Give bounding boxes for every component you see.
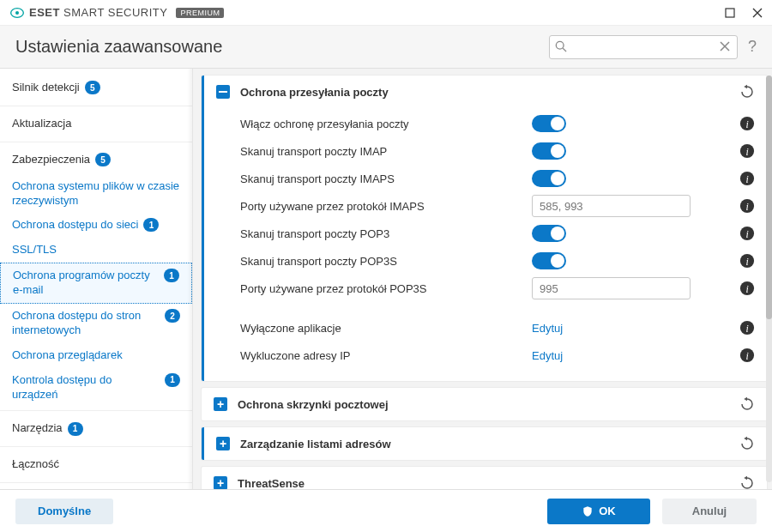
- main-scrollbar[interactable]: [766, 76, 772, 482]
- svg-rect-2: [726, 9, 734, 17]
- undo-icon[interactable]: [739, 436, 755, 451]
- svg-text:i: i: [745, 174, 748, 185]
- svg-point-3: [556, 41, 564, 49]
- scrollbar-thumb[interactable]: [766, 76, 772, 319]
- titlebar: ESET SMART SECURITY PREMIUM: [0, 0, 772, 26]
- sidebar-sub-browser-protection[interactable]: Ochrona przeglądarek: [0, 343, 192, 368]
- collapse-icon: [216, 85, 230, 99]
- header: Ustawienia zaawansowane ?: [0, 26, 772, 69]
- expand-icon: +: [216, 437, 230, 450]
- info-icon[interactable]: i: [739, 143, 755, 159]
- row-scan-imaps: Skanuj transport poczty IMAPS i: [240, 165, 755, 192]
- brand: ESET SMART SECURITY PREMIUM: [10, 6, 224, 20]
- svg-text:i: i: [745, 323, 748, 335]
- sidebar-sub-network-access[interactable]: Ochrona dostępu do sieci1: [0, 213, 192, 238]
- svg-text:i: i: [745, 147, 748, 158]
- footer: Domyślne OK Anuluj: [0, 489, 772, 532]
- row-pop3s-ports: Porty używane przez protokół POP3S i: [240, 275, 755, 302]
- link-edit-excluded-apps[interactable]: Edytuj: [532, 322, 563, 335]
- sidebar-item-tools[interactable]: Narzędzia1: [0, 414, 192, 443]
- svg-point-1: [15, 11, 19, 15]
- svg-text:i: i: [745, 202, 748, 213]
- toggle-scan-pop3[interactable]: [532, 225, 566, 242]
- sidebar-item-ui[interactable]: Interfejs użytkownika2: [0, 487, 192, 489]
- panel-head-mailbox[interactable]: + Ochrona skrzynki pocztowej: [202, 388, 767, 420]
- toggle-enable-email-transport[interactable]: [532, 115, 566, 132]
- help-button[interactable]: ?: [748, 38, 757, 56]
- toggle-scan-imap[interactable]: [532, 142, 566, 160]
- clear-search-icon[interactable]: [718, 39, 732, 53]
- window-close-button[interactable]: [750, 5, 765, 21]
- sidebar-sub-device-control[interactable]: Kontrola dostępu do urządzeń1: [0, 368, 192, 408]
- row-imaps-ports: Porty używane przez protokół IMAPS i: [240, 192, 755, 220]
- undo-icon[interactable]: [739, 84, 755, 100]
- panel-title: Zarządzanie listami adresów: [240, 438, 739, 450]
- panel-head-address-lists[interactable]: + Zarządzanie listami adresów: [204, 427, 767, 460]
- defaults-button[interactable]: Domyślne: [15, 499, 113, 524]
- sidebar-item-update[interactable]: Aktualizacja: [0, 110, 192, 138]
- row-scan-pop3: Skanuj transport poczty POP3 i: [240, 220, 755, 247]
- sidebar-sub-ssl-tls[interactable]: SSL/TLS: [0, 238, 192, 263]
- undo-icon[interactable]: [739, 396, 755, 412]
- svg-text:i: i: [745, 229, 748, 240]
- search-wrap: [549, 35, 738, 59]
- info-icon[interactable]: i: [739, 116, 755, 131]
- expand-icon: +: [214, 476, 227, 489]
- cancel-button[interactable]: Anuluj: [662, 499, 757, 524]
- svg-text:i: i: [745, 351, 748, 362]
- info-icon[interactable]: i: [739, 281, 755, 296]
- panel-threatsense: + ThreatSense: [202, 467, 767, 489]
- svg-text:i: i: [745, 257, 748, 268]
- toggle-scan-pop3s[interactable]: [532, 252, 566, 269]
- panel-address-lists: + Zarządzanie listami adresów: [202, 427, 767, 460]
- undo-icon[interactable]: [739, 475, 755, 489]
- panel-head-email-transport[interactable]: Ochrona przesyłania poczty: [204, 76, 767, 108]
- svg-text:i: i: [745, 284, 748, 295]
- sidebar-sub-email-client[interactable]: Ochrona programów poczty e-mail1: [0, 263, 192, 304]
- input-imaps-ports[interactable]: [532, 195, 691, 217]
- brand-text: ESET SMART SECURITY: [29, 6, 167, 19]
- info-icon[interactable]: i: [739, 320, 755, 336]
- brand-tier-badge: PREMIUM: [176, 8, 224, 18]
- main-content: Ochrona przesyłania poczty Włącz ochronę…: [193, 69, 772, 489]
- toggle-scan-imaps[interactable]: [532, 170, 566, 187]
- window-maximize-button[interactable]: [722, 5, 738, 21]
- info-icon[interactable]: i: [739, 226, 755, 241]
- panel-title: Ochrona przesyłania poczty: [240, 86, 739, 99]
- sidebar-item-connectivity[interactable]: Łączność: [0, 450, 192, 479]
- panel-title: ThreatSense: [238, 477, 739, 490]
- link-edit-excluded-ips[interactable]: Edytuj: [532, 349, 563, 362]
- sidebar-sub-realtime-fs[interactable]: Ochrona systemu plików w czasie rzeczywi…: [0, 174, 192, 214]
- svg-text:i: i: [745, 119, 748, 130]
- info-icon[interactable]: i: [739, 171, 755, 186]
- info-icon[interactable]: i: [739, 253, 755, 269]
- panel-email-transport-protection: Ochrona przesyłania poczty Włącz ochronę…: [202, 76, 767, 381]
- sidebar-item-protections[interactable]: Zabezpieczenia5: [0, 146, 192, 174]
- search-input[interactable]: [549, 35, 738, 59]
- row-enable-email-transport: Włącz ochronę przesyłania poczty i: [240, 110, 755, 137]
- expand-icon: +: [214, 397, 227, 411]
- row-excluded-apps: Wyłączone aplikacje Edytuj i: [240, 314, 755, 342]
- page-title: Ustawienia zaawansowane: [15, 37, 222, 57]
- sidebar-item-detection-engine[interactable]: Silnik detekcji5: [0, 74, 192, 102]
- row-scan-imap: Skanuj transport poczty IMAP i: [240, 137, 755, 165]
- ok-button[interactable]: OK: [547, 499, 650, 524]
- eset-logo-icon: [10, 6, 24, 20]
- search-icon: [555, 40, 567, 52]
- row-scan-pop3s: Skanuj transport poczty POP3S i: [240, 247, 755, 275]
- svg-rect-5: [219, 91, 227, 93]
- sidebar-sub-web-access[interactable]: Ochrona dostępu do stron internetowych2: [0, 304, 192, 343]
- info-icon[interactable]: i: [739, 348, 755, 363]
- sidebar: Silnik detekcji5 Aktualizacja Zabezpiecz…: [0, 69, 193, 489]
- input-pop3s-ports[interactable]: [532, 277, 691, 299]
- svg-line-4: [563, 48, 566, 51]
- shield-icon: [582, 505, 594, 517]
- info-icon[interactable]: i: [739, 198, 755, 214]
- panel-mailbox-protection: + Ochrona skrzynki pocztowej: [202, 388, 767, 420]
- panel-title: Ochrona skrzynki pocztowej: [238, 398, 739, 411]
- row-excluded-ips: Wykluczone adresy IP Edytuj i: [240, 342, 755, 369]
- panel-head-threatsense[interactable]: + ThreatSense: [202, 467, 767, 489]
